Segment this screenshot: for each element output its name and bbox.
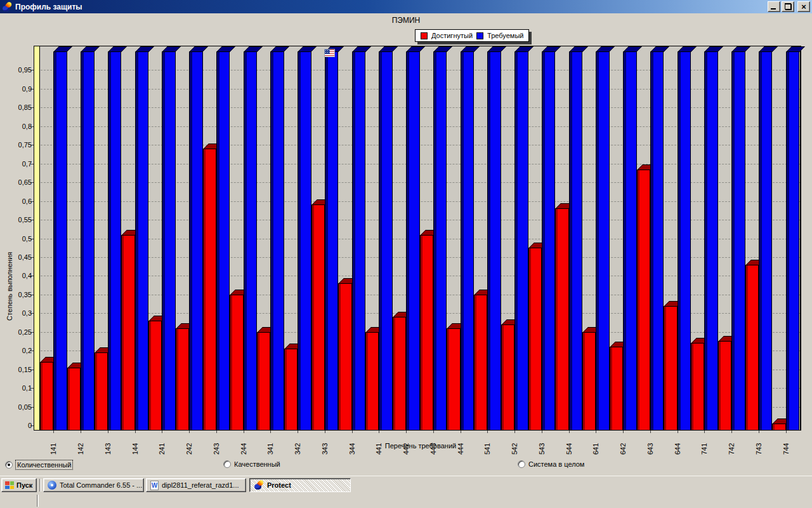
- red-bar: [772, 424, 785, 431]
- red-bar: [338, 283, 351, 431]
- blue-bar: [569, 51, 582, 431]
- radio-circle[interactable]: [518, 460, 525, 468]
- word-document-icon: W: [150, 481, 159, 490]
- red-bar: [528, 248, 542, 431]
- y-axis-tick-label: 0,2: [5, 347, 32, 354]
- start-button[interactable]: Пуск: [1, 478, 37, 492]
- blue-bar: [81, 51, 94, 431]
- legend-swatch-achieved: [421, 32, 428, 39]
- red-bar: [555, 208, 568, 431]
- quicklaunch-separator[interactable]: [37, 495, 39, 507]
- blue-bar: [135, 51, 148, 431]
- x-axis-title: Перечень требований: [40, 442, 801, 450]
- red-bar: [67, 368, 81, 431]
- red-bar: [40, 362, 53, 431]
- blue-bar: [623, 51, 636, 431]
- minimize-icon: [771, 8, 776, 10]
- y-axis-tick-label: 0: [5, 422, 32, 429]
- minimize-button[interactable]: [768, 1, 780, 12]
- radio-quantitative[interactable]: Количественный: [5, 460, 72, 469]
- y-axis-tick-label: 0,8: [5, 123, 32, 130]
- blue-bar: [731, 51, 745, 431]
- radio-label[interactable]: Система в целом: [528, 460, 584, 468]
- y-axis-tick-label: 0,05: [5, 403, 32, 411]
- chart-legend: Достигнутый Требуемый: [415, 29, 529, 42]
- blue-bar: [433, 51, 447, 431]
- blue-bar: [298, 51, 311, 431]
- blue-bar: [189, 51, 202, 431]
- red-bar: [447, 328, 460, 431]
- red-bar: [420, 235, 433, 431]
- blue-bar: [325, 51, 338, 431]
- windows-logo-icon: [5, 481, 14, 489]
- restore-icon: [785, 4, 792, 10]
- red-bar: [501, 324, 514, 431]
- y-axis-tick-label: 0,1: [5, 384, 32, 392]
- red-bar: [176, 328, 189, 431]
- red-bar: [365, 332, 379, 431]
- red-bar: [664, 306, 677, 431]
- chart-side-wall: [34, 46, 40, 431]
- radio-circle[interactable]: [223, 460, 231, 468]
- radio-system-overall[interactable]: Система в целом: [518, 460, 584, 468]
- blue-bar: [542, 51, 555, 431]
- blue-bar: [514, 51, 528, 431]
- red-bar: [474, 295, 487, 431]
- window-title: Профиль защиты: [15, 3, 82, 11]
- desktop-screen: Профиль защиты × ПЭМИН Достигнутый Требу…: [0, 0, 812, 508]
- blue-bar: [53, 51, 67, 431]
- radio-label[interactable]: Количественный: [16, 460, 72, 469]
- app-torch-icon[interactable]: [2, 2, 12, 12]
- radio-circle[interactable]: [5, 461, 13, 469]
- restore-button[interactable]: [782, 1, 794, 12]
- blue-bar: [244, 51, 257, 431]
- taskbar-button-protect[interactable]: Protect: [249, 478, 351, 492]
- window-titlebar: Профиль защиты ×: [0, 0, 812, 13]
- red-bar: [610, 347, 623, 431]
- taskbar: Пуск Total Commander 6.55 - ... W dipl28…: [0, 476, 812, 508]
- blue-bar: [759, 51, 772, 431]
- red-bar: [148, 321, 162, 431]
- taskbar-button-total-commander[interactable]: Total Commander 6.55 - ...: [43, 478, 144, 492]
- y-axis-title: Степень выполнения: [6, 156, 13, 321]
- red-bar: [393, 317, 406, 431]
- mode-radio-panel: Количественный Качественный Система в це…: [0, 455, 812, 476]
- red-bar: [257, 332, 270, 431]
- taskbar-separator[interactable]: [39, 479, 41, 491]
- blue-bar: [270, 51, 284, 431]
- blue-bar: [786, 51, 799, 431]
- red-bar: [284, 349, 298, 431]
- taskbar-button-word-document[interactable]: W dipl2811_referat_razd1...: [146, 478, 246, 492]
- radio-label[interactable]: Качественный: [234, 460, 280, 468]
- blue-bar: [406, 51, 419, 431]
- red-bar: [691, 343, 704, 431]
- red-bar: [230, 295, 243, 431]
- red-bar: [311, 204, 325, 431]
- y-axis-tick-label: 0,85: [5, 104, 32, 111]
- red-bar: [582, 332, 596, 431]
- blue-bar: [596, 51, 609, 431]
- blue-bar: [352, 51, 365, 431]
- blue-bar: [162, 51, 175, 431]
- window-controls: ×: [768, 1, 810, 12]
- red-bar: [718, 341, 731, 431]
- y-axis-tick-label: 0,95: [5, 66, 32, 74]
- torch-icon: [254, 480, 264, 490]
- legend-swatch-required: [476, 32, 483, 39]
- red-bar: [203, 149, 216, 431]
- blue-bar: [461, 51, 474, 431]
- blue-bar: [678, 51, 691, 431]
- legend-label-achieved: Достигнутый: [431, 32, 473, 39]
- blue-bar: [108, 51, 121, 431]
- y-axis-tick-label: 0,15: [5, 366, 32, 373]
- close-button[interactable]: ×: [797, 1, 810, 12]
- us-flag-marker: [324, 49, 335, 57]
- blue-bar: [704, 51, 717, 431]
- y-axis-tick-label: 0,9: [5, 85, 32, 93]
- total-commander-icon: [48, 481, 56, 490]
- red-bar: [95, 352, 108, 431]
- y-axis-tick-label: 0,25: [5, 328, 32, 336]
- radio-qualitative[interactable]: Качественный: [223, 460, 280, 468]
- y-axis-tick-label: 0,75: [5, 141, 32, 149]
- blue-bar: [379, 51, 392, 431]
